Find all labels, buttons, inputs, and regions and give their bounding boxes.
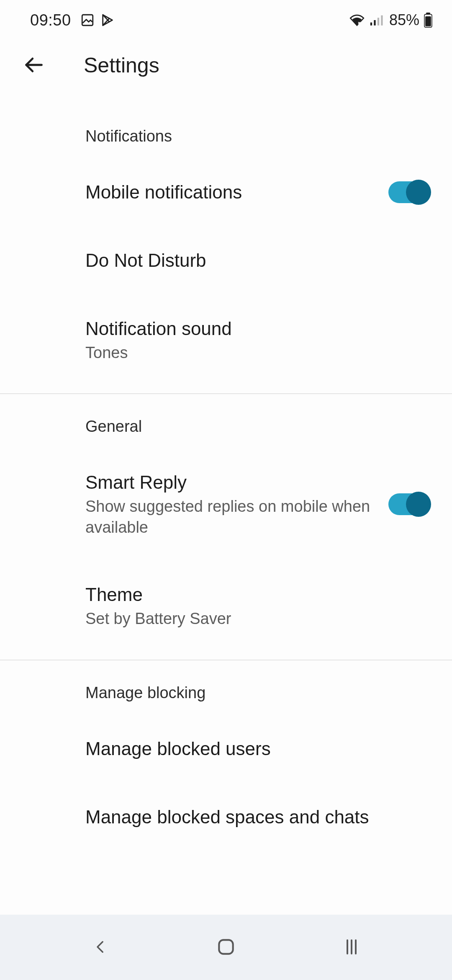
row-theme[interactable]: Theme Set by Battery Saver [0, 571, 452, 641]
row-smart-reply[interactable]: Smart Reply Show suggested replies on mo… [0, 459, 452, 549]
svg-rect-7 [425, 16, 431, 26]
settings-content: Notifications Mobile notifications Do No… [0, 90, 452, 840]
home-square-icon [216, 936, 236, 959]
nav-recents-button[interactable] [326, 922, 377, 972]
row-title: Manage blocked spaces and chats [85, 805, 416, 828]
nav-back-button[interactable] [75, 922, 126, 972]
wifi-icon [349, 13, 365, 27]
row-mobile-notifications[interactable]: Mobile notifications [0, 169, 452, 215]
status-left: 09:50 [30, 11, 115, 29]
row-do-not-disturb[interactable]: Do Not Disturb [0, 237, 452, 284]
row-title: Theme [85, 583, 416, 606]
toggle-mobile-notifications[interactable] [388, 181, 429, 203]
battery-icon [424, 13, 433, 28]
section-divider [0, 660, 452, 660]
status-bar: 09:50 [0, 0, 452, 40]
row-blocked-users[interactable]: Manage blocked users [0, 725, 452, 772]
svg-rect-1 [370, 23, 372, 26]
play-store-icon [100, 13, 115, 27]
page-title: Settings [84, 53, 159, 77]
cell-signal-icon [369, 14, 383, 26]
row-blocked-spaces[interactable]: Manage blocked spaces and chats [0, 794, 452, 840]
status-right: 85% [349, 11, 433, 29]
image-icon [80, 13, 95, 27]
back-button[interactable] [22, 54, 45, 77]
navigation-bar [0, 915, 452, 980]
row-subtitle: Set by Battery Saver [85, 609, 416, 629]
row-title: Smart Reply [85, 471, 376, 494]
row-title: Mobile notifications [85, 181, 376, 204]
section-header-notifications: Notifications [0, 127, 452, 145]
row-subtitle: Tones [85, 343, 416, 363]
toggle-knob [406, 180, 431, 205]
app-bar: Settings [0, 40, 452, 90]
arrow-back-icon [23, 54, 44, 77]
svg-rect-9 [219, 940, 233, 954]
row-title: Do Not Disturb [85, 249, 416, 272]
toggle-knob [406, 492, 431, 517]
row-title: Notification sound [85, 317, 416, 340]
section-divider [0, 393, 452, 394]
section-header-general: General [0, 418, 452, 436]
recents-icon [342, 937, 362, 958]
row-subtitle: Show suggested replies on mobile when av… [85, 496, 376, 538]
svg-rect-4 [381, 15, 383, 26]
row-title: Manage blocked users [85, 737, 416, 760]
status-time: 09:50 [30, 11, 71, 29]
battery-percentage: 85% [389, 11, 419, 29]
svg-rect-3 [378, 18, 379, 25]
nav-home-button[interactable] [201, 922, 251, 972]
svg-rect-2 [374, 20, 375, 26]
toggle-smart-reply[interactable] [388, 493, 429, 515]
row-notification-sound[interactable]: Notification sound Tones [0, 305, 452, 375]
chevron-left-icon [92, 935, 109, 960]
section-header-blocking: Manage blocking [0, 684, 452, 702]
